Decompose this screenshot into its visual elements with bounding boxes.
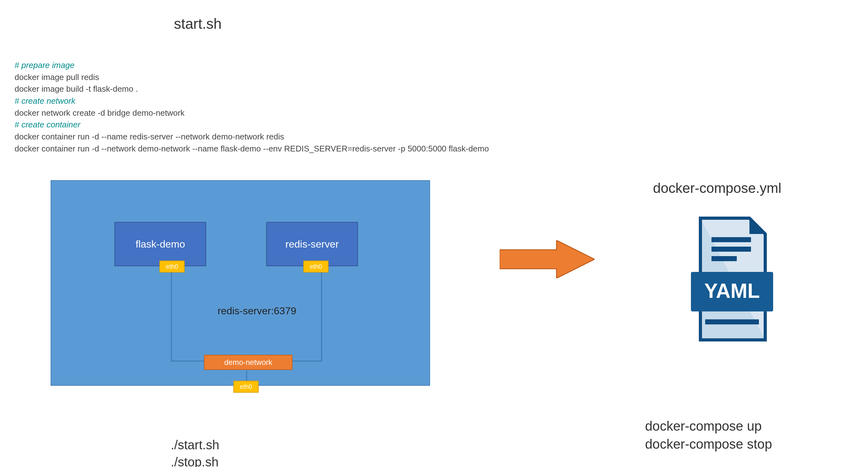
svg-rect-5: [711, 237, 751, 242]
network-box: demo-network: [204, 355, 292, 370]
redis-port-label: redis-server:6379: [218, 305, 296, 317]
container-flask-demo: flask-demo eth0: [115, 222, 206, 266]
script-title: start.sh: [174, 15, 222, 32]
svg-marker-4: [749, 218, 765, 234]
script-line-2: docker image build -t flask-demo .: [14, 83, 489, 95]
command-compose-up: docker-compose up: [645, 417, 772, 435]
eth0-redis-label: eth0: [310, 263, 322, 270]
script-comment-1: # prepare image: [14, 59, 489, 71]
script-line-4: docker container run -d --name redis-ser…: [14, 131, 489, 143]
yaml-label: YAML: [704, 280, 760, 302]
eth0-network-label: eth0: [240, 383, 252, 391]
host-box: flask-demo eth0 redis-server eth0 redis-…: [51, 180, 430, 386]
svg-rect-7: [711, 256, 737, 261]
svg-rect-10: [705, 319, 759, 324]
eth0-network: eth0: [234, 381, 259, 393]
svg-marker-0: [500, 240, 594, 278]
commands-right: docker-compose up docker-compose stop: [645, 417, 772, 453]
script-line-3: docker network create -d bridge demo-net…: [14, 107, 489, 119]
container-redis-server: redis-server eth0: [266, 222, 358, 266]
container-redis-label: redis-server: [285, 239, 339, 250]
command-stop: ./stop.sh: [171, 454, 219, 467]
network-label: demo-network: [224, 358, 272, 367]
eth0-flask-label: eth0: [166, 263, 178, 270]
yaml-file-icon: YAML: [685, 206, 776, 357]
script-block: # prepare image docker image pull redis …: [14, 59, 489, 155]
command-compose-stop: docker-compose stop: [645, 435, 772, 454]
arrow-icon: [500, 240, 594, 278]
script-comment-3: # create container: [14, 119, 489, 131]
svg-rect-6: [711, 247, 751, 252]
script-comment-2: # create network: [14, 95, 489, 107]
eth0-redis: eth0: [303, 260, 329, 273]
compose-title: docker-compose.yml: [653, 180, 781, 196]
commands-left: ./start.sh ./stop.sh: [171, 436, 219, 467]
script-line-5: docker container run -d --network demo-n…: [14, 143, 489, 155]
eth0-flask: eth0: [159, 260, 185, 273]
container-flask-label: flask-demo: [136, 239, 185, 250]
script-line-1: docker image pull redis: [14, 71, 489, 84]
command-start: ./start.sh: [171, 436, 219, 454]
